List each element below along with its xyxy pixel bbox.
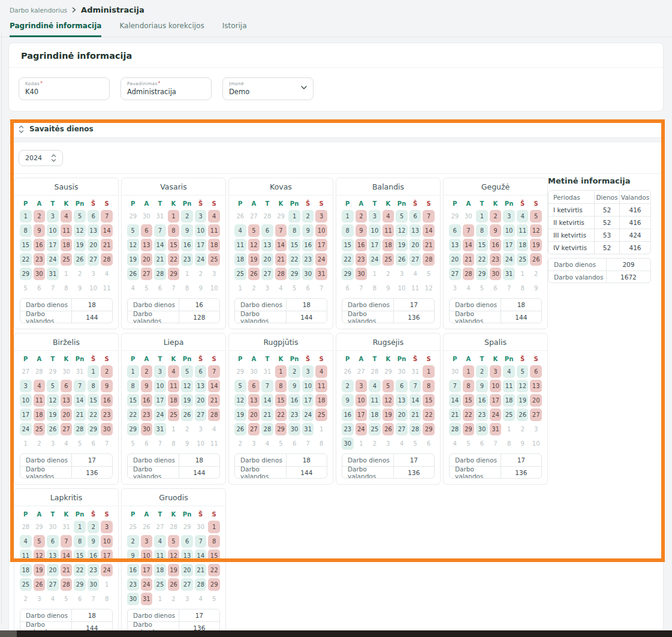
day-cell[interactable]: 11 <box>503 380 515 392</box>
day-cell[interactable]: 28 <box>208 408 220 421</box>
day-cell[interactable]: 11 <box>20 549 32 562</box>
day-cell[interactable]: 7 <box>61 535 73 548</box>
day-cell[interactable]: 27 <box>409 253 421 266</box>
day-cell[interactable]: 26 <box>248 268 260 280</box>
day-cell[interactable]: 27 <box>449 268 461 280</box>
day-cell[interactable]: 16 <box>34 239 46 251</box>
day-cell[interactable]: 4 <box>382 210 394 223</box>
day-cell[interactable]: 18 <box>61 239 73 251</box>
day-cell[interactable]: 14 <box>463 239 475 251</box>
day-cell[interactable]: 13 <box>449 239 461 251</box>
day-cell[interactable]: 21 <box>449 408 461 421</box>
imone-select[interactable]: Įmonė Demo <box>222 77 314 100</box>
day-cell[interactable]: 1 <box>463 365 475 378</box>
day-cell[interactable]: 17 <box>315 239 327 251</box>
day-cell[interactable]: 24 <box>47 253 59 266</box>
day-cell[interactable]: 12 <box>181 380 193 392</box>
day-cell[interactable]: 16 <box>127 564 139 576</box>
day-cell[interactable]: 14 <box>409 394 421 407</box>
day-cell[interactable]: 15 <box>88 394 100 407</box>
day-cell[interactable]: 23 <box>490 253 502 266</box>
day-cell[interactable]: 17 <box>154 394 166 407</box>
day-cell[interactable]: 12 <box>127 239 139 251</box>
day-cell[interactable]: 25 <box>503 408 515 421</box>
day-cell[interactable]: 13 <box>47 549 59 562</box>
day-cell[interactable]: 25 <box>315 408 327 421</box>
day-cell[interactable]: 23 <box>181 253 193 266</box>
day-cell[interactable]: 21 <box>275 253 287 266</box>
day-cell[interactable]: 1 <box>74 521 86 533</box>
day-cell[interactable]: 23 <box>355 253 367 266</box>
day-cell[interactable]: 6 <box>88 210 100 223</box>
day-cell[interactable]: 29 <box>342 268 354 280</box>
day-cell[interactable]: 17 <box>141 564 153 576</box>
day-cell[interactable]: 31 <box>490 423 502 435</box>
day-cell[interactable]: 1 <box>20 210 32 223</box>
day-cell[interactable]: 30 <box>476 423 488 435</box>
day-cell[interactable]: 29 <box>208 578 220 591</box>
day-cell[interactable]: 10 <box>315 224 327 237</box>
day-cell[interactable]: 1 <box>342 210 354 223</box>
day-cell[interactable]: 22 <box>20 253 32 266</box>
day-cell[interactable]: 18 <box>168 394 180 407</box>
day-cell[interactable]: 23 <box>88 564 100 576</box>
day-cell[interactable]: 17 <box>355 408 367 421</box>
day-cell[interactable]: 28 <box>195 578 207 591</box>
day-cell[interactable]: 8 <box>275 380 287 392</box>
day-cell[interactable]: 3 <box>47 210 59 223</box>
day-cell[interactable]: 30 <box>490 268 502 280</box>
day-cell[interactable]: 2 <box>355 210 367 223</box>
day-cell[interactable]: 30 <box>302 268 314 280</box>
day-cell[interactable]: 28 <box>423 253 435 266</box>
day-cell[interactable]: 5 <box>127 224 139 237</box>
day-cell[interactable]: 28 <box>74 423 86 435</box>
day-cell[interactable]: 19 <box>517 394 529 407</box>
day-cell[interactable]: 12 <box>517 380 529 392</box>
week-days-header[interactable]: Savaitės dienos <box>8 120 664 138</box>
day-cell[interactable]: 8 <box>208 535 220 548</box>
day-cell[interactable]: 18 <box>20 564 32 576</box>
day-cell[interactable]: 20 <box>195 394 207 407</box>
day-cell[interactable]: 21 <box>101 239 113 251</box>
day-cell[interactable]: 11 <box>369 394 381 407</box>
day-cell[interactable]: 23 <box>476 408 488 421</box>
day-cell[interactable]: 11 <box>168 380 180 392</box>
day-cell[interactable]: 20 <box>530 394 542 407</box>
day-cell[interactable]: 5 <box>382 380 394 392</box>
day-cell[interactable]: 30 <box>101 423 113 435</box>
day-cell[interactable]: 24 <box>503 253 515 266</box>
day-cell[interactable]: 7 <box>423 210 435 223</box>
day-cell[interactable]: 23 <box>288 408 300 421</box>
day-cell[interactable]: 18 <box>234 253 246 266</box>
day-cell[interactable]: 19 <box>127 253 139 266</box>
day-cell[interactable]: 2 <box>34 210 46 223</box>
day-cell[interactable]: 22 <box>288 253 300 266</box>
day-cell[interactable]: 10 <box>369 224 381 237</box>
day-cell[interactable]: 4 <box>517 210 529 223</box>
day-cell[interactable]: 11 <box>208 224 220 237</box>
day-cell[interactable]: 28 <box>154 268 166 280</box>
day-cell[interactable]: 9 <box>181 224 193 237</box>
day-cell[interactable]: 11 <box>61 224 73 237</box>
day-cell[interactable]: 29 <box>476 268 488 280</box>
day-cell[interactable]: 8 <box>168 224 180 237</box>
day-cell[interactable]: 16 <box>101 394 113 407</box>
day-cell[interactable]: 10 <box>141 549 153 562</box>
day-cell[interactable]: 30 <box>288 423 300 435</box>
day-cell[interactable]: 26 <box>517 408 529 421</box>
day-cell[interactable]: 7 <box>74 380 86 392</box>
day-cell[interactable]: 9 <box>127 549 139 562</box>
day-cell[interactable]: 27 <box>141 268 153 280</box>
day-cell[interactable]: 27 <box>61 423 73 435</box>
day-cell[interactable]: 13 <box>141 239 153 251</box>
day-cell[interactable]: 2 <box>342 380 354 392</box>
day-cell[interactable]: 9 <box>355 224 367 237</box>
day-cell[interactable]: 26 <box>74 253 86 266</box>
day-cell[interactable]: 14 <box>154 239 166 251</box>
pavadinimas-field[interactable]: Pavadinimas* Administracija <box>120 77 212 100</box>
day-cell[interactable]: 21 <box>423 239 435 251</box>
day-cell[interactable]: 2 <box>141 365 153 378</box>
day-cell[interactable]: 13 <box>61 394 73 407</box>
day-cell[interactable]: 5 <box>234 380 246 392</box>
day-cell[interactable]: 16 <box>302 239 314 251</box>
